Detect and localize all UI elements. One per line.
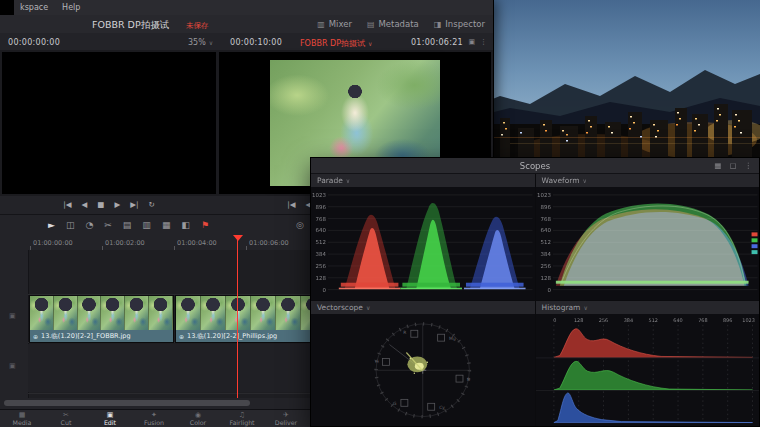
timeline-name-dropdown[interactable]: FOBBR DP拍摄试∨ <box>300 38 372 49</box>
scopes-title-bar[interactable]: Scopes ▦ ▢ ⋮ <box>311 158 759 174</box>
marker-flag-icon[interactable]: ⚑ <box>201 221 209 230</box>
scale-label: 1023 <box>312 192 326 198</box>
tab-fairlight[interactable]: ♫ Fairlight <box>220 410 264 427</box>
axis-label: 512 <box>648 316 657 322</box>
histogram-header[interactable]: Histogram ∨ <box>536 301 760 314</box>
scopes-menu-icon[interactable]: ⋮ <box>745 161 753 170</box>
video-track-toggle-icon[interactable]: ▣ <box>9 312 16 320</box>
selection-tool-icon[interactable]: ► <box>48 221 55 230</box>
tab-label: Media <box>13 420 32 426</box>
replace-clip-icon[interactable]: ▦ <box>162 221 171 230</box>
expand-icon[interactable]: ▢ <box>729 161 736 170</box>
scale-label: 1023 <box>537 192 551 198</box>
clip-thumbnail <box>251 296 276 330</box>
inspector-button[interactable]: ◨ Inspector <box>434 19 485 29</box>
tab-fusion[interactable]: ✦ Fusion <box>132 410 176 427</box>
source-viewer[interactable] <box>2 52 216 194</box>
tab-media[interactable]: ▦ Media <box>0 410 44 427</box>
link-selection-icon[interactable]: ◎ <box>296 221 304 230</box>
zoom-dropdown[interactable]: 35%∨ <box>188 38 213 47</box>
waveform-title: Waveform <box>542 176 580 185</box>
page-tabs: ▦ Media ✂ Cut ▣ Edit ✦ Fusion ◉ Color <box>0 410 308 427</box>
scale-label: 640 <box>540 227 551 233</box>
vectorscope-target-label: Yl <box>374 359 379 364</box>
timeline-clip-2[interactable]: ⊕ 13.临(1.20)[2-2]_Phillips.jpg <box>176 296 326 342</box>
parade-header[interactable]: Parade ∨ <box>311 174 535 187</box>
playhead[interactable] <box>237 235 238 398</box>
track-header-column: ▣ ▣ <box>0 250 29 398</box>
layout-grid-icon[interactable]: ▦ <box>714 161 721 170</box>
tab-color[interactable]: ◉ Color <box>176 410 220 427</box>
waveform-header[interactable]: Waveform ∨ <box>536 174 760 187</box>
waveform-scope-graph: 1023 896 768 640 512 384 256 128 0 <box>536 187 760 300</box>
vectorscope-plot: R Mg B Yl G Cy <box>311 314 535 427</box>
scale-label: 896 <box>315 204 326 210</box>
stop-button[interactable]: ■ <box>97 201 104 209</box>
tab-label: Color <box>190 420 206 426</box>
waveform-panel: Waveform ∨ 1023 896 <box>536 174 760 300</box>
chevron-down-icon: ∨ <box>366 304 370 311</box>
viewer-header-strip: 00:00:00:00 35%∨ 00:00:10:00 FOBBR DP拍摄试… <box>0 33 493 50</box>
step-back-button[interactable]: ◀ <box>82 201 88 209</box>
viewer-mode-icon[interactable]: ▣ <box>468 38 475 46</box>
panel-toggle-buttons: ▥ Mixer ▤ Metadata ◨ Inspector <box>317 15 485 33</box>
project-status-badge: 未保存 <box>186 21 209 31</box>
vectorscope-target-label: R <box>403 329 406 334</box>
go-to-end-button[interactable]: ▶| <box>130 201 138 209</box>
axis-label: 896 <box>722 316 731 322</box>
snapping-icon[interactable]: ◧ <box>181 221 190 230</box>
razor-tool-icon[interactable]: ✂ <box>104 221 112 230</box>
tab-label: Fairlight <box>229 420 254 426</box>
scale-label: 256 <box>540 263 551 269</box>
viewer-menu-icon[interactable]: ⋮ <box>480 38 487 46</box>
menu-bar: kspace Help <box>0 0 493 15</box>
metadata-button[interactable]: ▤ Metadata <box>367 19 419 29</box>
scale-label: 0 <box>322 287 326 293</box>
playhead-handle[interactable] <box>233 235 243 241</box>
timeline-timecode[interactable]: 01:00:06:21 <box>411 38 463 47</box>
tab-edit[interactable]: ▣ Edit <box>88 410 132 427</box>
parade-plot: 1023 896 768 640 512 384 256 128 0 <box>311 187 535 300</box>
edit-tools-group: ► ◫ ◔ ✂ ▤ ▥ ▦ ◧ ⚑ <box>48 215 209 235</box>
media-page-icon: ▦ <box>19 412 26 419</box>
clip-thumbnail <box>201 296 226 330</box>
clip-thumbnails <box>176 296 326 330</box>
axis-label: 128 <box>573 316 582 322</box>
go-to-start-button[interactable]: |◀ <box>63 201 71 209</box>
histogram-plot: 0 128 256 384 512 640 768 896 1023 <box>536 314 760 427</box>
play-button[interactable]: ▶ <box>114 201 120 209</box>
menu-item-help[interactable]: Help <box>62 3 80 12</box>
axis-label: 1023 <box>742 316 755 322</box>
timeline-clip-1[interactable]: ⊕ 13.临(1.20)[2-2]_FOBBR.jpg <box>30 296 173 342</box>
axis-label: 768 <box>698 316 707 322</box>
clip-thumbnail <box>276 296 301 330</box>
scale-label: 128 <box>315 275 326 281</box>
mixer-button[interactable]: ▥ Mixer <box>317 19 352 29</box>
clip-thumbnail <box>101 296 125 330</box>
scopes-grid: Parade ∨ 1023 896 <box>311 174 759 426</box>
source-timecode[interactable]: 00:00:00:00 <box>8 38 60 47</box>
tab-label: Fusion <box>144 420 164 426</box>
histogram-panel: Histogram ∨ 0 128 <box>536 301 760 427</box>
vectorscope-target-label: Mg <box>449 335 456 340</box>
loop-button[interactable]: ↻ <box>148 201 154 209</box>
audio-track-toggle-icon[interactable]: ▣ <box>9 362 16 370</box>
metadata-label: Metadata <box>379 19 419 29</box>
trim-mode-icon[interactable]: ◫ <box>66 221 75 230</box>
tab-deliver[interactable]: ✈ Deliver <box>264 410 308 427</box>
mixer-icon: ▥ <box>317 20 325 29</box>
go-to-start-button[interactable]: |◀ <box>287 201 295 209</box>
overwrite-clip-icon[interactable]: ▥ <box>142 221 151 230</box>
clip-name-bar: ⊕ 13.临(1.20)[2-2]_Phillips.jpg <box>176 330 326 342</box>
timeline-scrollbar-thumb[interactable] <box>4 400 250 406</box>
inspector-label: Inspector <box>445 19 485 29</box>
dynamic-trim-icon[interactable]: ◔ <box>85 221 93 230</box>
histogram-graph: 0 128 256 384 512 640 768 896 1023 <box>536 314 760 427</box>
menu-item-workspace[interactable]: kspace <box>20 3 48 12</box>
insert-clip-icon[interactable]: ▤ <box>123 221 132 230</box>
tab-cut[interactable]: ✂ Cut <box>44 410 88 427</box>
ruler-timecode: 01:00:06:00 <box>249 239 289 247</box>
clip-duration-timecode[interactable]: 00:00:10:00 <box>230 38 282 47</box>
vectorscope-header[interactable]: Vectorscope ∨ <box>311 301 535 314</box>
vectorscope-target-label: B <box>467 377 470 382</box>
